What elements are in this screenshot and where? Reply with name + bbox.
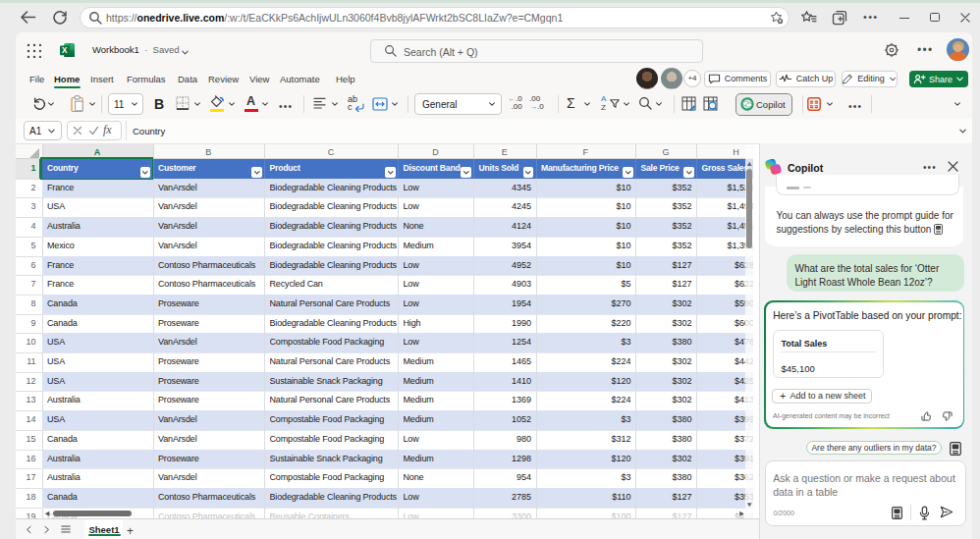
svg-text:X: X	[62, 46, 68, 55]
